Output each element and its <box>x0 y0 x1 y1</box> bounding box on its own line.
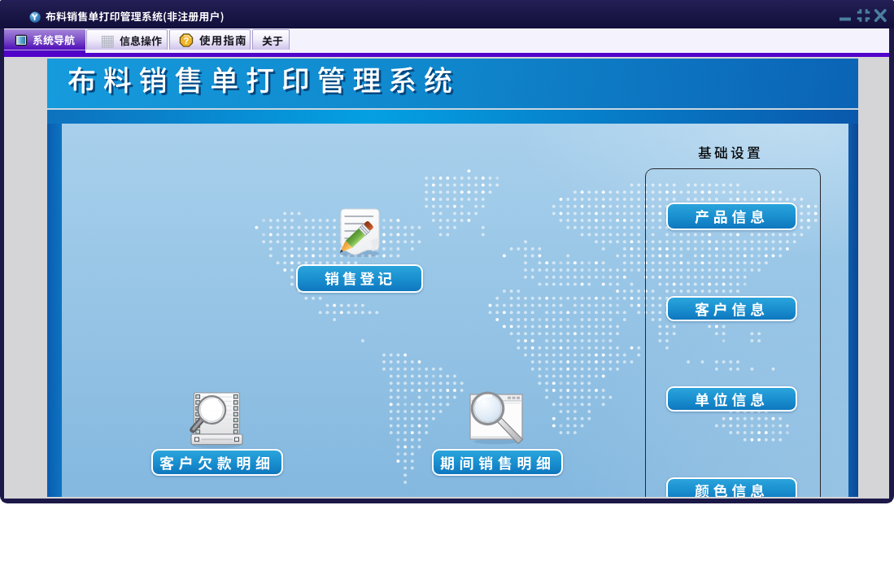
svg-text:?: ? <box>184 36 190 46</box>
